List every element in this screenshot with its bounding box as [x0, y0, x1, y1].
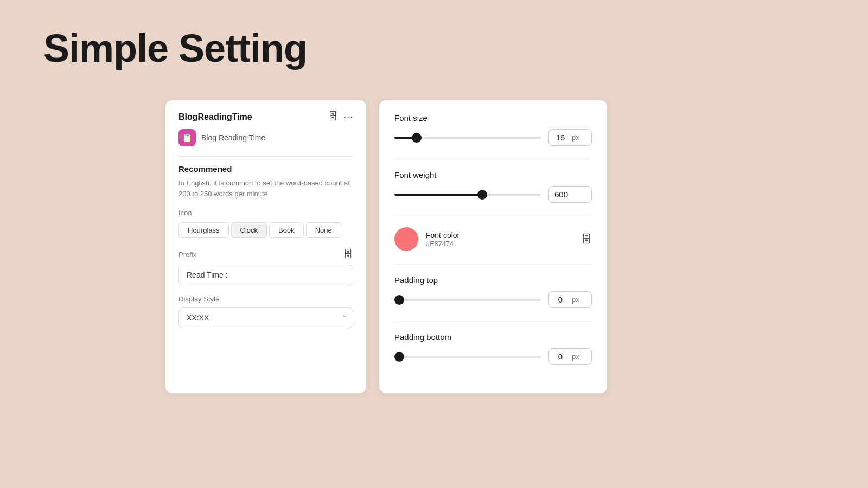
padding-bottom-section: Padding bottom 0 px — [394, 332, 592, 365]
padding-top-label: Padding top — [394, 275, 592, 285]
padding-top-value-box: 0 px — [548, 291, 592, 308]
font-weight-value-box: 600 — [548, 186, 592, 203]
divider-3 — [394, 264, 592, 265]
padding-bottom-thumb[interactable] — [394, 352, 404, 362]
color-swatch[interactable] — [394, 227, 418, 251]
section-divider-1 — [178, 156, 353, 157]
prefix-label: Prefix — [178, 251, 196, 259]
display-style-select[interactable]: XX:XX — [178, 307, 353, 328]
font-weight-thumb[interactable] — [477, 190, 487, 200]
prefix-db-icon[interactable]: 🗄 — [343, 249, 353, 260]
font-weight-slider-row: 600 — [394, 186, 592, 203]
divider-4 — [394, 321, 592, 322]
icon-buttons-group: Hourglass Clock Book None — [178, 222, 353, 238]
padding-top-value: 0 — [549, 292, 572, 307]
database-icon[interactable]: 🗄 — [328, 111, 338, 123]
more-options-icon[interactable]: ··· — [343, 111, 353, 123]
padding-bottom-unit: px — [572, 349, 585, 364]
plugin-display-name: Blog Reading Time — [201, 133, 265, 142]
padding-top-track — [394, 299, 541, 301]
padding-top-thumb[interactable] — [394, 295, 404, 305]
page-title: Simple Setting — [0, 0, 868, 70]
icon-btn-book[interactable]: Book — [269, 222, 304, 238]
padding-top-section: Padding top 0 px — [394, 275, 592, 308]
font-size-label: Font size — [394, 113, 592, 123]
icon-btn-clock[interactable]: Clock — [231, 222, 267, 238]
prefix-input[interactable] — [178, 265, 353, 285]
panel-header-icons: 🗄 ··· — [328, 111, 353, 123]
padding-bottom-value-box: 0 px — [548, 348, 592, 365]
font-color-hex: #F87474 — [426, 240, 459, 248]
right-panel: Font size 16 px Font weight — [379, 100, 607, 393]
font-size-unit: px — [572, 130, 585, 145]
font-size-value: 16 — [549, 130, 572, 145]
font-size-value-box: 16 px — [548, 129, 592, 146]
font-weight-track — [394, 194, 541, 196]
plugin-icon: 📋 — [182, 133, 193, 143]
font-size-section: Font size 16 px — [394, 113, 592, 146]
divider-2 — [394, 216, 592, 216]
padding-top-unit: px — [572, 292, 585, 307]
padding-bottom-track — [394, 356, 541, 358]
font-weight-label: Font weight — [394, 170, 592, 179]
font-size-thumb[interactable] — [412, 133, 422, 143]
plugin-id-label: BlogReadingTime — [178, 112, 252, 122]
font-color-label: Font color — [426, 231, 459, 240]
font-weight-fill — [394, 194, 482, 196]
font-color-db-icon[interactable]: 🗄 — [581, 233, 592, 246]
font-size-slider-row: 16 px — [394, 129, 592, 146]
font-color-section: Font color #F87474 🗄 — [394, 227, 592, 251]
prefix-row: Prefix 🗄 — [178, 249, 353, 260]
padding-top-slider-row: 0 px — [394, 291, 592, 308]
font-size-track — [394, 137, 541, 139]
icon-btn-none[interactable]: None — [306, 222, 341, 238]
icon-btn-hourglass[interactable]: Hourglass — [178, 222, 229, 238]
plugin-row: 📋 Blog Reading Time — [178, 129, 353, 146]
color-info: Font color #F87474 — [426, 231, 459, 248]
color-left: Font color #F87474 — [394, 227, 459, 251]
font-weight-section: Font weight 600 — [394, 170, 592, 203]
divider-1 — [394, 159, 592, 159]
padding-bottom-value: 0 — [549, 349, 572, 364]
recommended-heading: Recommened — [178, 164, 353, 174]
icon-label: Icon — [178, 209, 353, 217]
display-style-wrapper: XX:XX ⌃ — [178, 307, 353, 328]
left-panel: BlogReadingTime 🗄 ··· 📋 Blog Reading Tim… — [165, 100, 366, 393]
panel-header: BlogReadingTime 🗄 ··· — [178, 111, 353, 123]
font-color-row: Font color #F87474 🗄 — [394, 227, 592, 251]
display-style-label: Display Style — [178, 295, 353, 303]
padding-bottom-slider-row: 0 px — [394, 348, 592, 365]
recommended-desc: In English, it is common to set the word… — [178, 178, 353, 199]
panels-container: BlogReadingTime 🗄 ··· 📋 Blog Reading Tim… — [165, 100, 607, 393]
plugin-icon-box: 📋 — [178, 129, 196, 146]
font-weight-value: 600 — [549, 187, 573, 202]
padding-bottom-label: Padding bottom — [394, 332, 592, 342]
